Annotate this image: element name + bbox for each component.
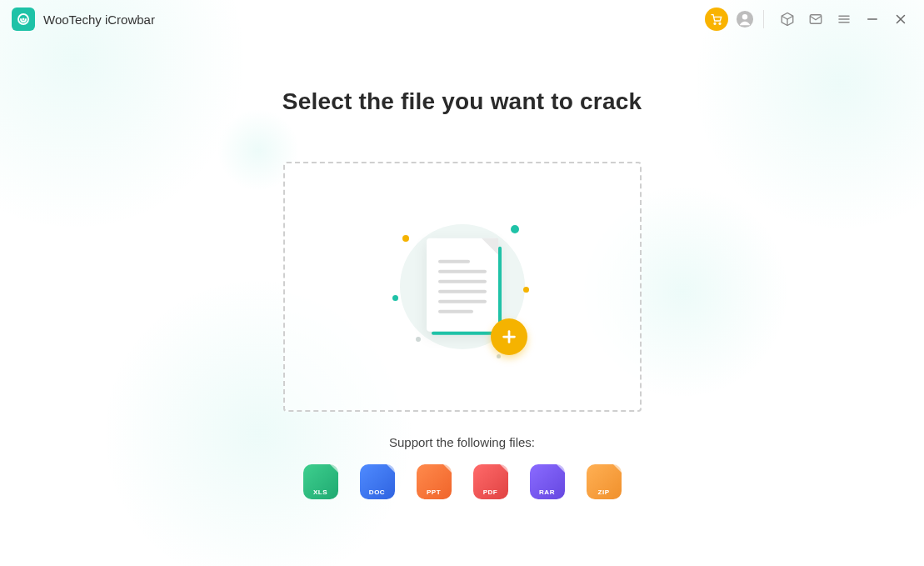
svg-point-5 [742, 14, 747, 19]
filetype-doc-icon: DOC [360, 464, 395, 499]
close-icon [893, 12, 908, 27]
add-file-icon [491, 318, 527, 355]
close-button[interactable] [889, 8, 912, 31]
user-icon [736, 10, 754, 28]
app-logo [12, 8, 35, 31]
filetype-label: RAR [539, 488, 555, 496]
filetype-pdf-icon: PDF [473, 464, 508, 499]
svg-point-1 [22, 18, 25, 21]
file-dropzone[interactable] [283, 162, 642, 412]
account-button[interactable] [733, 8, 757, 31]
app-title: WooTechy iCrowbar [43, 13, 155, 27]
cart-button[interactable] [705, 8, 728, 31]
filetype-xls-icon: XLS [303, 464, 338, 499]
minimize-icon [865, 12, 880, 27]
menu-button[interactable] [832, 8, 856, 31]
package-icon [780, 12, 795, 27]
svg-point-2 [714, 23, 716, 24]
filetype-rar-icon: RAR [530, 464, 565, 499]
hamburger-icon [837, 12, 852, 27]
main-area: Select the file you want to crack Suppor… [0, 38, 924, 499]
filetype-label: XLS [313, 488, 327, 496]
dropzone-illustration [387, 212, 537, 362]
minimize-button[interactable] [861, 8, 884, 31]
supported-files-label: Support the following files: [389, 435, 535, 449]
mail-icon [808, 12, 823, 27]
page-title: Select the file you want to crack [282, 88, 642, 115]
document-icon [427, 238, 498, 332]
separator [763, 10, 764, 28]
filetype-zip-icon: ZIP [587, 464, 622, 499]
package-button[interactable] [776, 8, 799, 31]
titlebar: WooTechy iCrowbar [0, 0, 924, 38]
filetype-label: PDF [483, 488, 498, 496]
filetype-row: XLS DOC PPT PDF RAR ZIP [303, 464, 622, 499]
cart-icon [710, 13, 723, 26]
feedback-button[interactable] [804, 8, 827, 31]
svg-point-3 [719, 23, 721, 24]
filetype-label: ZIP [598, 488, 610, 496]
filetype-ppt-icon: PPT [417, 464, 452, 499]
filetype-label: PPT [427, 488, 441, 496]
filetype-label: DOC [369, 488, 385, 496]
